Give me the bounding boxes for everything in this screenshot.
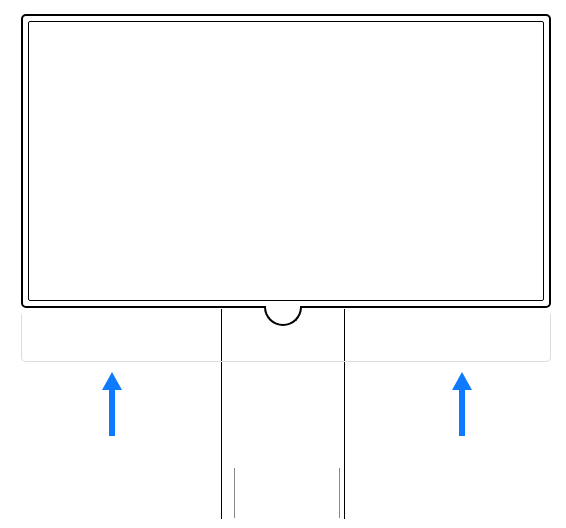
monitor-bezel-inner: [28, 21, 544, 301]
height-adjust-diagram: [0, 0, 566, 528]
up-arrow-icon: [100, 370, 124, 438]
stand-foot-edge-left: [234, 468, 235, 518]
monitor-raised: [21, 14, 551, 308]
stand-foot-edge-right: [339, 468, 340, 518]
up-arrow-icon: [450, 370, 474, 438]
